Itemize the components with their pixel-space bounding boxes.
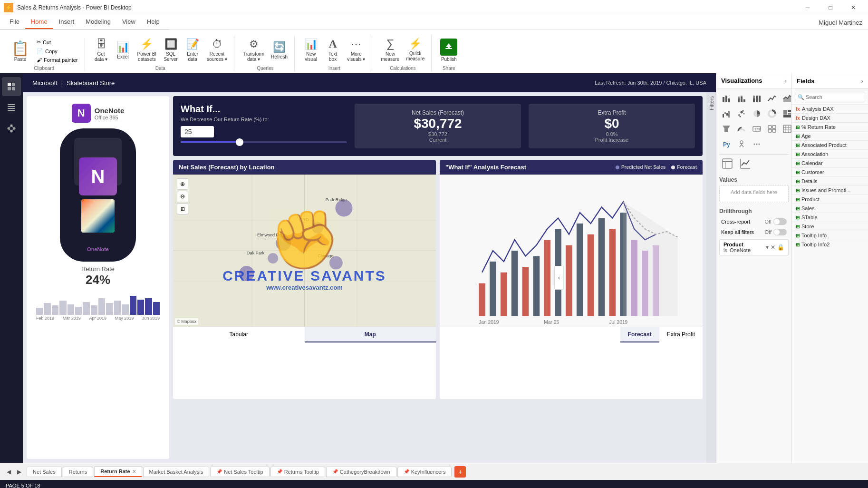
legend-predicted-label: Predicted Net Sales (621, 165, 665, 170)
field-section-calendar[interactable]: ⊞ Calendar (792, 158, 868, 167)
viz-icon-scatter[interactable] (734, 107, 749, 121)
map-layers-button[interactable]: ⊞ (177, 203, 188, 215)
tab-modeling[interactable]: Modeling (80, 15, 116, 29)
viz-icon-100-bar[interactable] (750, 91, 764, 106)
viz-icon-donut[interactable] (765, 107, 779, 121)
page-tab-net-sales-tooltip[interactable]: 📌 Net Sales Tooltip (210, 467, 269, 477)
viz-expand-button[interactable]: › (785, 78, 787, 84)
excel-button[interactable]: 📊 Excel (113, 39, 134, 61)
new-visual-button[interactable]: 📊 Newvisual (300, 36, 321, 64)
svg-point-79 (743, 113, 745, 115)
more-visuals-button[interactable]: ⋯ Morevisuals ▾ (344, 36, 368, 64)
viz-icon-python[interactable]: Py (719, 137, 733, 151)
viz-icon-bar[interactable] (719, 91, 733, 106)
refresh-button[interactable]: 🔄 Refresh (268, 39, 290, 61)
viz-icon-funnel[interactable] (719, 122, 733, 136)
minimize-button[interactable]: ─ (797, 0, 819, 15)
enter-data-button[interactable]: 📝 Enterdata (182, 36, 203, 64)
field-section-tooltip-info[interactable]: ⊞ Tooltip Info (792, 231, 868, 240)
publish-button[interactable]: Publish (437, 37, 460, 64)
field-section-association[interactable]: ⊞ Association (792, 149, 868, 158)
quick-measure-button[interactable]: ⚡ Quickmeasure (403, 36, 427, 63)
maximize-button[interactable]: □ (820, 0, 841, 15)
field-section-design-dax[interactable]: fx Design DAX (792, 113, 868, 122)
viz-icon-treemap[interactable] (780, 107, 791, 121)
slider-thumb[interactable] (236, 138, 243, 146)
cut-button[interactable]: ✂ Cut (34, 38, 81, 46)
field-section-age[interactable]: ⊞ Age (792, 131, 868, 140)
field-section-analysis-dax[interactable]: fx Analysis DAX (792, 104, 868, 113)
filter-chevron-icon[interactable]: ▾ (766, 244, 769, 251)
fields-search-input[interactable] (795, 92, 865, 102)
get-data-button[interactable]: 🗄 Getdata ▾ (91, 36, 112, 64)
recent-sources-button[interactable]: ⏱ Recentsources ▾ (204, 36, 230, 64)
filter-lock-icon[interactable]: 🔒 (777, 244, 784, 251)
values-dropzone[interactable]: Add data fields here (719, 185, 789, 202)
onenote-card: N OneNote Office 365 N OneNote (27, 96, 169, 459)
add-page-button[interactable]: + (454, 466, 466, 478)
viz-icon-card[interactable]: 123 (750, 122, 764, 136)
nav-data-view[interactable] (2, 98, 21, 117)
viz-icon-area[interactable] (780, 91, 791, 106)
keep-filters-switch[interactable] (773, 229, 787, 235)
viz-icon-stacked-bar[interactable] (734, 91, 749, 106)
copy-button[interactable]: 📄 Copy (34, 47, 81, 55)
field-section-issues[interactable]: ⊞ Issues and Promoti... (792, 185, 868, 195)
viz-icon-waterfall[interactable] (719, 107, 733, 121)
field-section-details[interactable]: ⊞ Details (792, 176, 868, 185)
viz-icon-table[interactable] (780, 122, 791, 136)
viz-icon-multi-card[interactable] (765, 122, 779, 136)
tab-insert[interactable]: Insert (53, 15, 80, 29)
field-section-return-rate[interactable]: ⊞ % Return Rate (792, 122, 868, 131)
page-tab-market-basket[interactable]: Market Basket Analysis (143, 467, 210, 477)
new-measure-button[interactable]: ∑ Newmeasure (378, 35, 402, 64)
tab-home[interactable]: Home (25, 15, 53, 29)
tab-file[interactable]: File (4, 15, 25, 29)
map-tab-tabular[interactable]: Tabular (173, 327, 305, 342)
page-next-button[interactable]: ▶ (14, 467, 24, 477)
field-section-associated-product[interactable]: ⊞ Associated Product (792, 140, 868, 149)
tab-help[interactable]: Help (141, 15, 165, 29)
transform-data-button[interactable]: ⚙ Transformdata ▾ (240, 36, 267, 64)
page-tab-cathegory[interactable]: 📌 CathegoryBreakdown (326, 467, 396, 477)
powerbi-datasets-button[interactable]: ⚡ Power BIdatasets (135, 36, 160, 64)
viz-icon-more[interactable] (750, 137, 764, 151)
forecast-tab-forecast[interactable]: Forecast (620, 327, 659, 342)
map-tab-map[interactable]: Map (305, 327, 436, 342)
viz-icon-ai-decomp[interactable] (734, 137, 749, 151)
viz-icon-line[interactable] (765, 91, 779, 106)
map-zoom-out-button[interactable]: ⊖ (177, 191, 188, 202)
field-section-store[interactable]: ⊞ Store (792, 222, 868, 231)
field-section-sales[interactable]: ⊞ Sales (792, 204, 868, 213)
tab-view[interactable]: View (116, 15, 141, 29)
text-box-button[interactable]: A Textbox (322, 36, 343, 64)
fields-expand-button[interactable]: › (861, 77, 863, 85)
page-prev-button[interactable]: ◀ (4, 467, 13, 477)
field-section-customer[interactable]: ⊞ Customer (792, 167, 868, 176)
cross-report-switch[interactable] (773, 218, 787, 225)
field-section-product[interactable]: ⊞ Product (792, 195, 868, 204)
page-tab-keyinfluencers[interactable]: 📌 KeyInfluencers (397, 467, 452, 477)
filter-close-icon[interactable]: ✕ (771, 244, 775, 251)
forecast-tab-extra-profit[interactable]: Extra Profit (659, 327, 703, 342)
page-tab-return-rate[interactable]: Return Rate ✕ (94, 466, 142, 477)
close-button[interactable]: ✕ (842, 0, 864, 15)
viz-icon-analytics[interactable] (737, 156, 753, 171)
page-tab-returns-tooltip[interactable]: 📌 Returns Tooltip (270, 467, 325, 477)
format-painter-button[interactable]: 🖌 Format painter (34, 56, 81, 64)
map-zoom-in-button[interactable]: ⊕ (177, 178, 188, 190)
page-tab-net-sales[interactable]: Net Sales (27, 467, 62, 477)
page-tab-returns[interactable]: Returns (63, 467, 94, 477)
page-tab-close-icon[interactable]: ✕ (132, 469, 136, 474)
viz-icon-pie[interactable] (750, 107, 764, 121)
nav-report-view[interactable] (2, 77, 21, 96)
nav-model-view[interactable] (2, 119, 21, 138)
viz-icon-format[interactable] (719, 156, 735, 171)
viz-icon-gauge[interactable] (734, 122, 749, 136)
paste-button[interactable]: 📋 Paste (8, 38, 33, 64)
field-section-tooltip-info2[interactable]: ⊞ Tooltip Info2 (792, 240, 868, 249)
sql-server-button[interactable]: 🔲 SQLServer (160, 36, 181, 64)
what-if-input[interactable] (181, 126, 214, 137)
filters-toggle-button[interactable]: ‹ (554, 266, 564, 290)
field-section-stable[interactable]: ⊞ STable (792, 213, 868, 222)
